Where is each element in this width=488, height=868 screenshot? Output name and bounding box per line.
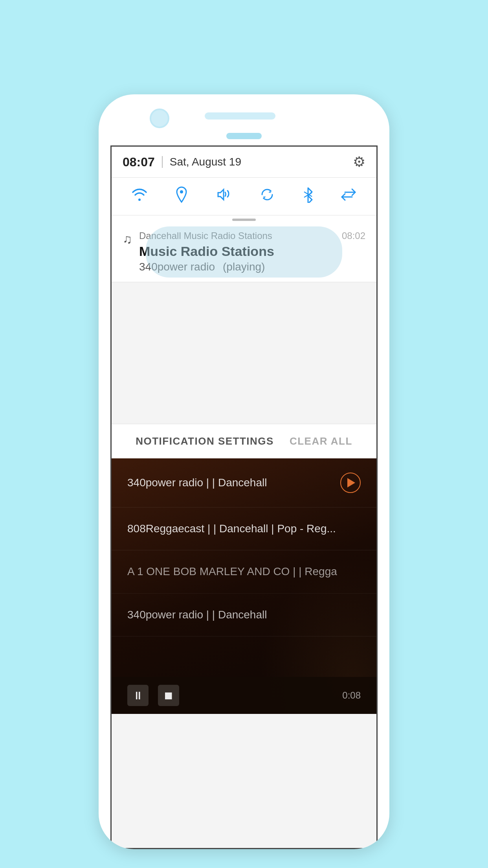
status-date: Sat, August 19 [170, 156, 241, 168]
location-icon[interactable] [174, 186, 189, 206]
player-controls: ⏸ ⏹ [127, 685, 179, 706]
wifi-icon[interactable] [131, 188, 148, 205]
notification-title: Music Radio Stations [139, 244, 365, 259]
play-triangle-icon [347, 478, 355, 487]
phone-home-indicator [226, 133, 262, 139]
radio-item-label: A 1 ONE BOB MARLEY AND CO | | Regga [127, 565, 361, 579]
play-button[interactable] [340, 473, 361, 493]
status-divider [162, 156, 163, 168]
status-bar: 08:07 Sat, August 19 ⚙ [112, 147, 376, 178]
phone-speaker [205, 112, 275, 120]
volume-icon[interactable] [216, 188, 232, 205]
notification-app-row: Dancehall Music Radio Stations 08:02 [139, 230, 365, 241]
notification-section: ♫ Dancehall Music Radio Stations 08:02 M… [112, 222, 376, 282]
clear-all-button[interactable]: CLEAR ALL [290, 435, 352, 447]
radio-list: 340power radio | | Dancehall 808Reggaeca… [112, 458, 376, 636]
stop-icon: ⏹ [163, 689, 174, 702]
notification-content: Dancehall Music Radio Stations 08:02 Mus… [139, 230, 365, 273]
notification-settings-button[interactable]: NOTIFICATION SETTINGS [136, 435, 274, 447]
notification-app-name: Dancehall Music Radio Stations [139, 230, 272, 241]
phone-shell: 08:07 Sat, August 19 ⚙ [99, 94, 389, 849]
drag-handle [112, 215, 376, 222]
phone-camera [150, 108, 169, 128]
notification-action-bar: NOTIFICATION SETTINGS CLEAR ALL [112, 424, 376, 458]
sync-icon[interactable] [259, 188, 275, 205]
app-content: 340power radio | | Dancehall 808Reggaeca… [112, 458, 376, 714]
list-item[interactable]: 340power radio | | Dancehall [112, 594, 376, 636]
list-item[interactable]: 808Reggaecast | | Dancehall | Pop - Reg.… [112, 508, 376, 550]
radio-item-label: 808Reggaecast | | Dancehall | Pop - Reg.… [127, 522, 361, 536]
player-timer: 0:08 [342, 690, 361, 701]
notification-time: 08:02 [342, 230, 365, 241]
player-bar: ⏸ ⏹ 0:08 [112, 677, 376, 714]
notification-subtitle: 340power radio (playing) [139, 261, 365, 273]
status-time: 08:07 [123, 155, 155, 169]
music-note-icon: ♫ [123, 232, 132, 246]
pause-button[interactable]: ⏸ [127, 685, 149, 706]
quick-settings-row [112, 178, 376, 215]
notification-status: (playing) [223, 261, 265, 273]
notification-card[interactable]: ♫ Dancehall Music Radio Stations 08:02 M… [112, 222, 376, 282]
notification-station: 340power radio [139, 261, 215, 273]
gear-icon[interactable]: ⚙ [353, 154, 365, 170]
data-transfer-icon[interactable] [340, 188, 357, 205]
pause-icon: ⏸ [132, 689, 143, 702]
bluetooth-icon[interactable] [303, 186, 314, 206]
phone-screen: 08:07 Sat, August 19 ⚙ [110, 145, 378, 849]
list-item[interactable]: A 1 ONE BOB MARLEY AND CO | | Regga [112, 550, 376, 593]
radio-item-label: 340power radio | | Dancehall [127, 476, 340, 490]
radio-item-label: 340power radio | | Dancehall [127, 608, 361, 622]
notification-empty-area [112, 282, 376, 424]
svg-point-0 [180, 190, 183, 193]
stop-button[interactable]: ⏹ [158, 685, 179, 706]
list-item[interactable]: 340power radio | | Dancehall [112, 458, 376, 508]
status-bar-left: 08:07 Sat, August 19 [123, 155, 241, 169]
